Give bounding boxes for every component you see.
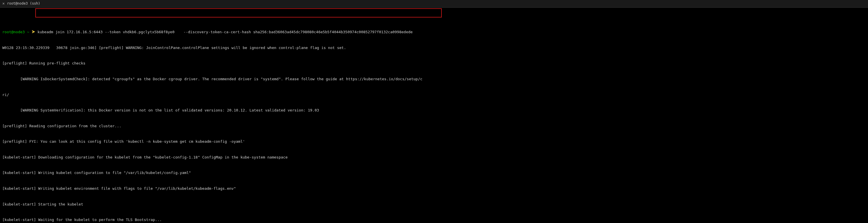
prompt-symbol: ⮞ <box>32 30 35 34</box>
terminal-line: [preflight] Running pre-flight checks <box>2 61 866 66</box>
window-title: root@node3 (ssh) <box>7 1 40 6</box>
prompt-user: root@node3 <box>2 30 25 34</box>
terminal-line: [kubelet-start] Starting the kubelet <box>2 202 866 207</box>
command-highlight-box <box>35 8 442 17</box>
terminal-line: [preflight] FYI: You can look at this co… <box>2 139 866 144</box>
prompt-path: ~ <box>27 30 29 34</box>
terminal-line: [kubelet-start] Downloading configuratio… <box>2 155 866 160</box>
terminal-line: ri/ <box>2 92 866 98</box>
terminal-line: W0128 23:15:30.229339 30678 join.go:346]… <box>2 45 866 50</box>
terminal-line: [WARNING IsDockerSystemdCheck]: detected… <box>2 77 866 82</box>
title-bar: × root@node3 (ssh) <box>0 0 868 8</box>
terminal-line: [kubelet-start] Waiting for the kubelet … <box>2 217 866 222</box>
terminal-line: [preflight] Reading configuration from t… <box>2 123 866 129</box>
terminal-line: [kubelet-start] Writing kubelet environm… <box>2 186 866 191</box>
terminal-line: [kubelet-start] Writing kubelet configur… <box>2 170 866 176</box>
terminal-line: root@node3 ~ ⮞ kubeadm join 172.16.16.5:… <box>2 30 866 35</box>
terminal-line: [WARNING SystemVerification]: this Docke… <box>2 108 866 113</box>
close-icon[interactable]: × <box>2 1 5 7</box>
command-text: kubeadm join 172.16.16.5:6443 --token vh… <box>38 30 413 34</box>
terminal-body[interactable]: root@node3 ~ ⮞ kubeadm join 172.16.16.5:… <box>0 8 868 223</box>
